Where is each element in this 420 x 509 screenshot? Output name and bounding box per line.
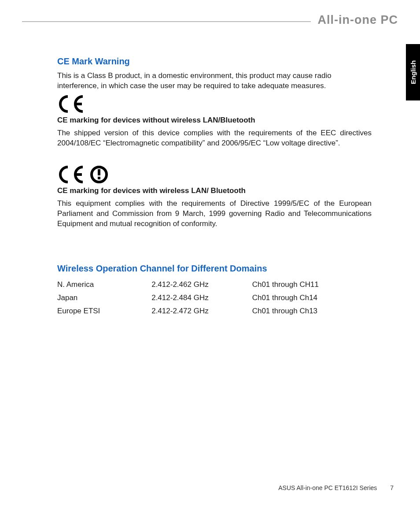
footer-text: ASUS All-in-one PC ET1612I Series (278, 484, 377, 491)
ce-mark-icon (57, 95, 87, 113)
region-cell: N. America (57, 278, 151, 291)
table-row: N. America 2.412-2.462 GHz Ch01 through … (57, 278, 372, 291)
ce-mark-warning-heading: CE Mark Warning (57, 56, 372, 67)
ce-sub2-heading: CE marking for devices with wireless LAN… (57, 186, 372, 195)
page-footer: ASUS All-in-one PC ET1612I Series 7 (278, 484, 394, 491)
product-line-text: All-in-one PC (318, 13, 398, 26)
language-tab: English (406, 44, 420, 100)
freq-cell: 2.412-2.484 GHz (151, 291, 252, 305)
svg-rect-4 (98, 177, 100, 179)
content-area: CE Mark Warning This is a Class B produc… (22, 56, 398, 318)
ce-mark-icon-row-2 (57, 165, 372, 184)
ce-sub2-body: This equipment complies with the require… (57, 199, 372, 229)
product-line-title: All-in-one PC (311, 13, 398, 27)
table-row: Japan 2.412-2.484 GHz Ch01 through Ch14 (57, 291, 372, 305)
spacer (57, 232, 372, 264)
svg-rect-3 (98, 169, 100, 175)
channel-cell: Ch01 through Ch13 (252, 305, 372, 318)
table-row: Europe ETSI 2.412-2.472 GHz Ch01 through… (57, 305, 372, 318)
page: All-in-one PC English CE Mark Warning Th… (0, 0, 420, 509)
channel-cell: Ch01 through Ch14 (252, 291, 372, 305)
channel-cell: Ch01 through CH11 (252, 278, 372, 291)
wireless-heading: Wireless Operation Channel for Different… (57, 264, 372, 274)
language-tab-label: English (409, 60, 417, 84)
region-cell: Japan (57, 291, 151, 305)
spacer (57, 151, 372, 162)
svg-rect-0 (75, 103, 82, 105)
svg-rect-1 (75, 173, 82, 176)
ce-mark-icon (57, 165, 87, 184)
freq-cell: 2.412-2.462 GHz (151, 278, 252, 291)
alert-circle-icon (90, 165, 108, 184)
header-band: All-in-one PC (22, 13, 398, 30)
wireless-channels-table: N. America 2.412-2.462 GHz Ch01 through … (57, 278, 372, 318)
ce-sub1-heading: CE marking for devices without wireless … (57, 116, 372, 125)
ce-sub1-body: The shipped version of this device compl… (57, 128, 372, 149)
freq-cell: 2.412-2.472 GHz (151, 305, 252, 318)
region-cell: Europe ETSI (57, 305, 151, 318)
ce-mark-warning-intro: This is a Class B product, in a domestic… (57, 71, 372, 91)
ce-mark-icon-row-1 (57, 95, 372, 113)
page-number: 7 (390, 484, 394, 491)
